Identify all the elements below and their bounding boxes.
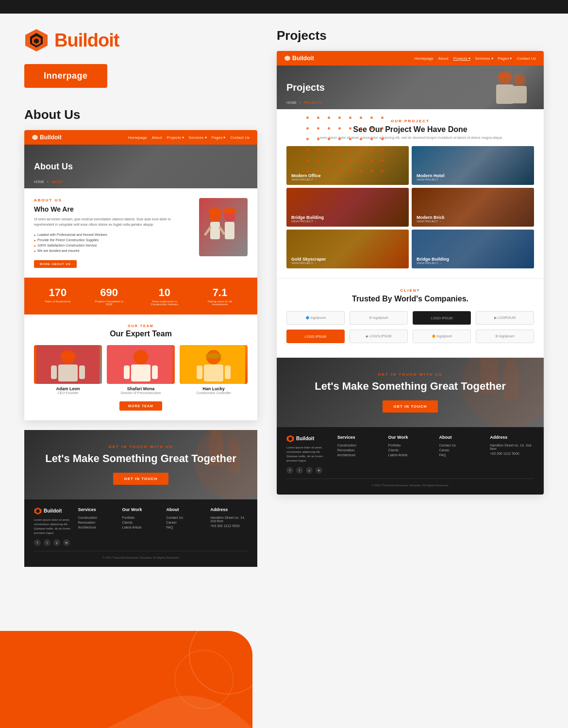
project-name-3: Bridge Building bbox=[291, 215, 324, 220]
svg-point-29 bbox=[206, 353, 221, 359]
project-view-2: VIEW PROJECT → bbox=[417, 178, 445, 181]
footer-faq-right[interactable]: FAQ bbox=[439, 453, 483, 457]
project-item-2[interactable]: Modern Hotel VIEW PROJECT → bbox=[412, 146, 534, 185]
cta-title-left: Let's Make Something Great Together bbox=[36, 452, 246, 466]
project-name-2: Modern Hotel bbox=[417, 173, 445, 178]
svg-rect-18 bbox=[58, 364, 78, 381]
project-view-5: VIEW PROJECT → bbox=[291, 262, 326, 265]
svg-point-44 bbox=[514, 74, 525, 86]
footer-col-brand-right: Buildoit Lorem ipsum dolor sit amet, con… bbox=[286, 435, 331, 474]
about-label: ABOUT US bbox=[34, 198, 191, 202]
stats-bar: 170 Years of Experience 690 Projects Com… bbox=[24, 278, 257, 314]
about-more-button[interactable]: MORE ABOUT US bbox=[34, 260, 77, 268]
footer-contact-left[interactable]: Contact Us bbox=[166, 516, 203, 519]
projects-preview-navbar: Buildoit Homepage About Projects ▾ Servi… bbox=[277, 51, 544, 66]
footer-social-right: f t y in bbox=[286, 467, 331, 474]
logos-grid-row1: 🔷 logolpsum ⚙ logolpsum LOGO IPSUM ▶ LOG… bbox=[286, 311, 534, 325]
svg-marker-4 bbox=[32, 134, 37, 140]
social-twitter-left[interactable]: t bbox=[44, 539, 50, 546]
footer-logo-text-left: Buildoit bbox=[44, 508, 62, 513]
footer-logo-text-right: Buildoit bbox=[296, 436, 314, 441]
social-linkedin-right[interactable]: in bbox=[316, 467, 322, 474]
about-title: Who We Are bbox=[34, 205, 191, 213]
team-member-2: Shafari Mona Director of Preconstruction bbox=[107, 345, 175, 395]
footer-renovation-left[interactable]: Renovation bbox=[78, 521, 116, 524]
footer-about-title-left: About bbox=[166, 507, 203, 512]
svg-rect-45 bbox=[512, 86, 527, 103]
project-item-6[interactable]: Bridge Building VIEW PROJECT → bbox=[412, 230, 534, 268]
footer-architecture-right[interactable]: Architecture bbox=[337, 453, 382, 457]
svg-rect-30 bbox=[204, 364, 223, 381]
cta-button-left[interactable]: GET IN TOUCH bbox=[113, 473, 168, 485]
footer-contact-right[interactable]: Contact Us bbox=[439, 444, 483, 447]
workers-image bbox=[199, 198, 248, 256]
svg-rect-25 bbox=[124, 365, 130, 379]
footer-faq-left[interactable]: FAQ bbox=[166, 526, 203, 529]
footer-desc-right: Lorem ipsum dolor sit amet, consectetur … bbox=[286, 446, 331, 463]
team-member-role-3: Construction Controller bbox=[180, 391, 248, 395]
project-item-4[interactable]: Modern Brick VIEW PROJECT → bbox=[412, 188, 534, 227]
preview-nav-links: Homepage About Projects ▾ Services ▾ Pag… bbox=[128, 135, 250, 140]
team-title: Our Expert Team bbox=[34, 330, 248, 338]
preview-hero-title: About Us bbox=[34, 162, 73, 172]
footer-address-title-right: Address bbox=[490, 435, 534, 440]
footer-clients-left[interactable]: Clients bbox=[122, 521, 160, 524]
about-list: Loaded with Professional and Honest Work… bbox=[34, 232, 191, 253]
about-us-heading: About Us bbox=[24, 107, 257, 122]
footer-portfolio-left[interactable]: Portfolio bbox=[122, 516, 160, 519]
projects-hero: Projects HOME › PROJECTS bbox=[277, 66, 544, 109]
project-item-3[interactable]: Bridge Building VIEW PROJECT → bbox=[286, 188, 409, 227]
team-grid: Adam Leon CEO Founder bbox=[34, 345, 248, 395]
footer-construction-left[interactable]: Construction bbox=[78, 516, 116, 519]
footer-portfolio-right[interactable]: Portfolio bbox=[388, 444, 433, 447]
footer-renovation-right[interactable]: Renovation bbox=[337, 448, 382, 452]
cta-button-right[interactable]: GET IN TOUCH bbox=[383, 400, 437, 413]
logo-7: 🔶 logolpsum bbox=[413, 330, 471, 343]
footer-career-right[interactable]: Career bbox=[439, 448, 483, 452]
social-twitter-right[interactable]: t bbox=[296, 467, 303, 474]
about-content: ABOUT US Who We Are Ut enim ad minim ven… bbox=[24, 188, 257, 278]
cta-content-left: GET IN TOUCH WITH US Let's Make Somethin… bbox=[36, 445, 246, 485]
trusted-label: CLIENT bbox=[286, 288, 534, 293]
svg-rect-20 bbox=[79, 365, 85, 379]
preview-hero: About Us HOME › ABOUT bbox=[24, 145, 257, 188]
project-name-4: Modern Brick bbox=[417, 215, 445, 220]
decorative-dots bbox=[306, 116, 386, 175]
social-facebook-left[interactable]: f bbox=[34, 539, 41, 546]
more-team-button[interactable]: MORE TEAM bbox=[119, 401, 162, 411]
stat-projects: 690 Projects Completed in 2020 bbox=[92, 286, 126, 306]
project-name-6: Bridge Building bbox=[417, 257, 449, 262]
footer-desc-left: Lorem ipsum dolor sit amet, consectetur … bbox=[34, 518, 71, 535]
logo-text: Buildoit bbox=[54, 30, 119, 51]
team-member-name-3: Han Lucky bbox=[180, 386, 248, 391]
svg-point-53 bbox=[189, 631, 252, 694]
footer-architecture-left[interactable]: Architecture bbox=[78, 526, 116, 529]
stat-industry: 10 Years experience in Construction Indu… bbox=[148, 286, 182, 306]
innerpage-button[interactable]: Innerpage bbox=[24, 64, 107, 88]
cta-label-left: GET IN TOUCH WITH US bbox=[36, 445, 246, 449]
social-youtube-right[interactable]: y bbox=[306, 467, 313, 474]
footer-logo-left: Buildoit bbox=[34, 507, 71, 515]
svg-marker-40 bbox=[284, 55, 290, 61]
team-member-name-1: Adam Leon bbox=[34, 386, 102, 391]
footer-career-left[interactable]: Career bbox=[166, 521, 203, 524]
social-facebook-right[interactable]: f bbox=[286, 467, 293, 474]
footer-article-right[interactable]: Latest Article bbox=[388, 453, 433, 457]
footer-services-title-right: Services bbox=[337, 435, 382, 440]
social-linkedin-left[interactable]: in bbox=[63, 539, 70, 546]
svg-rect-32 bbox=[225, 365, 231, 379]
social-youtube-left[interactable]: y bbox=[53, 539, 60, 546]
about-image bbox=[199, 198, 248, 256]
footer-grid-right: Buildoit Lorem ipsum dolor sit amet, con… bbox=[286, 435, 534, 474]
buildoit-logo-icon bbox=[24, 28, 49, 52]
footer-phone-left: +63 300 1212 5000 bbox=[210, 524, 248, 528]
svg-point-23 bbox=[133, 353, 149, 359]
footer-clients-right[interactable]: Clients bbox=[388, 448, 433, 452]
footer-article-left[interactable]: Latest Article bbox=[122, 526, 160, 529]
footer-construction-right[interactable]: Construction bbox=[337, 444, 382, 447]
project-item-5[interactable]: Gold Skyscraper VIEW PROJECT → bbox=[286, 230, 409, 268]
trusted-title: Trusted By World's Companies. bbox=[286, 295, 534, 303]
footer-col-services-left: Services Construction Renovation Archite… bbox=[78, 507, 116, 546]
team-member-img-1 bbox=[34, 345, 102, 384]
svg-rect-31 bbox=[197, 365, 202, 379]
